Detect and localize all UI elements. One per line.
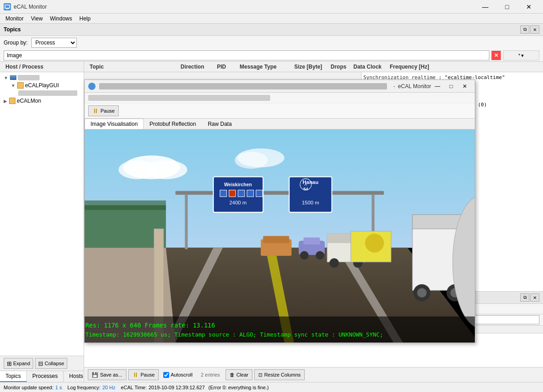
modal-toolbar: ⏸ Pause [85,104,475,119]
svg-rect-48 [303,238,320,245]
save-icon: 💾 [92,372,98,378]
modal-title-bar: - eCAL Monitor — □ ✕ [85,80,475,93]
left-panel: Host / Process ▼ hostname ▼ eCALPlayGUI [0,62,84,382]
modal-tab-image[interactable]: Image Visualisation [85,119,144,129]
modal-window[interactable]: - eCAL Monitor — □ ✕ ⏸ Pause Image Visua… [84,79,475,343]
log-pause-button[interactable]: ⏸ Pause [128,369,159,380]
log-freq-label: Log frequency: [67,385,101,390]
modal-content: Weiskirchen 2400 m A 54 Hanau 1500 m [85,129,475,342]
svg-rect-9 [85,205,166,248]
update-speed-label: Monitor update speed: [4,385,53,390]
th-drops: Drops [329,63,352,71]
tab-processes[interactable]: Processes [27,371,64,382]
tree-app-item-ecalmon[interactable]: ▶ eCALMon [0,97,84,105]
svg-rect-52 [263,236,289,243]
bottom-tabs: Topics Processes Hosts [0,371,84,382]
tab-topics[interactable]: Topics [0,371,27,382]
collapse-button[interactable]: ⊟ Collapse [35,358,67,369]
app-title: eCAL Monitor [14,4,475,10]
modal-topic-path [99,83,387,89]
group-by-select[interactable]: Process Host Topic [31,38,77,48]
svg-text:Timestamp: 1629930665 us; Time: Timestamp: 1629930665 us; Timestamp sour… [85,331,383,338]
th-dataclock: Data Clock [352,63,388,71]
svg-point-35 [417,288,427,298]
collapse-icon: ⊟ [38,360,43,367]
minimize-button[interactable]: — [475,0,496,14]
host-label: hostname [18,75,40,80]
modal-title-icon [88,83,96,90]
svg-point-50 [316,251,324,260]
th-freq: Frequency [Hz] [388,63,433,71]
modal-pause-icon: ⏸ [92,107,99,114]
log-panel-close[interactable]: ✕ [530,293,539,302]
modal-controls: — □ ✕ [431,81,471,92]
resize-label: Resize Columns [264,372,301,377]
topics-panel-controls: ⧉ ✕ [520,25,539,34]
expand-button[interactable]: ⊞ Expand [4,358,33,369]
modal-pause-button[interactable]: ⏸ Pause [88,105,119,116]
modal-tab-protobuf[interactable]: Protobuf Reflection [144,119,202,129]
th-msgtype: Message Type [238,63,292,71]
topics-panel-title: Topics [4,26,21,33]
th-host-process: Host / Process [4,63,80,71]
modal-tabs: Image Visualisation Protobuf Reflection … [85,119,475,129]
menu-monitor[interactable]: Monitor [2,15,27,23]
log-freq-value[interactable]: 20 Hz [102,385,116,390]
svg-point-46 [365,233,384,253]
topics-panel-close[interactable]: ✕ [530,25,539,34]
topics-panel: Topics ⧉ ✕ Group by: Process Host Topic … [0,24,543,62]
svg-text:54: 54 [303,187,308,191]
svg-text:Hanau: Hanau [302,179,318,185]
modal-pause-label: Pause [101,108,115,114]
search-dropdown-button[interactable]: * ▾ [503,50,539,60]
resize-columns-button[interactable]: ⊡ Resize Columns [254,369,305,380]
app-icon [4,3,11,10]
trash-icon: 🗑 [230,372,235,377]
th-topic: Topic [88,63,179,71]
tree-arrow-down: ▼ [4,75,8,80]
app-process-icon-2 [9,98,15,104]
ecal-time-label: eCAL Time: [121,385,147,390]
svg-point-8 [235,152,268,169]
right-table-header: Topic Direction PID Message Type Size [B… [84,62,543,72]
tree-topic-item-1[interactable]: topic item [0,89,84,97]
svg-rect-24 [256,190,263,197]
menu-windows[interactable]: Windows [46,15,76,23]
topics-panel-undock[interactable]: ⧉ [520,25,529,34]
title-bar-controls: — □ ✕ [475,0,539,14]
search-clear-button[interactable]: ✕ [491,50,501,60]
highway-image: Weiskirchen 2400 m A 54 Hanau 1500 m [85,129,475,342]
pause-icon: ⏸ [132,371,139,378]
modal-maximize-button[interactable]: □ [445,81,458,92]
topics-panel-title-area: Topics [4,26,21,33]
svg-text:Weiskirchen: Weiskirchen [224,182,252,187]
group-by-label: Group by: [4,40,28,46]
modal-title-separator: - [393,83,395,89]
menu-view[interactable]: View [27,15,46,23]
tree-host-item[interactable]: ▼ hostname [0,74,84,81]
modal-close-button[interactable]: ✕ [458,81,471,92]
autoscroll-label[interactable]: Autoscroll [163,372,192,378]
app-label-playergui: eCALPlayGUI [25,82,59,89]
log-panel-undock[interactable]: ⧉ [520,293,529,302]
save-as-button[interactable]: 💾 Save as... [88,369,126,380]
menu-help[interactable]: Help [76,15,95,23]
modal-title: eCAL Monitor [398,83,431,89]
modal-minimize-button[interactable]: — [431,81,444,92]
wildcard-label: * [518,53,520,58]
svg-rect-15 [176,191,384,194]
table-header: Host / Process [0,62,84,72]
resize-icon: ⊡ [258,372,262,378]
log-panel-controls: ⧉ ✕ [520,293,539,302]
modal-tab-raw[interactable]: Raw Data [202,119,238,129]
update-speed-value[interactable]: 1 s [55,385,62,390]
maximize-button[interactable]: □ [497,0,518,14]
clear-button[interactable]: 🗑 Clear [226,369,252,380]
search-input[interactable] [4,50,489,60]
close-button[interactable]: ✕ [518,0,539,14]
clear-label: Clear [236,372,248,377]
autoscroll-checkbox[interactable] [163,372,169,378]
tree-app-item-playergui[interactable]: ▼ eCALPlayGUI [0,81,84,89]
group-by-row: Group by: Process Host Topic [0,36,543,50]
search-row: ✕ * ▾ [0,50,543,61]
